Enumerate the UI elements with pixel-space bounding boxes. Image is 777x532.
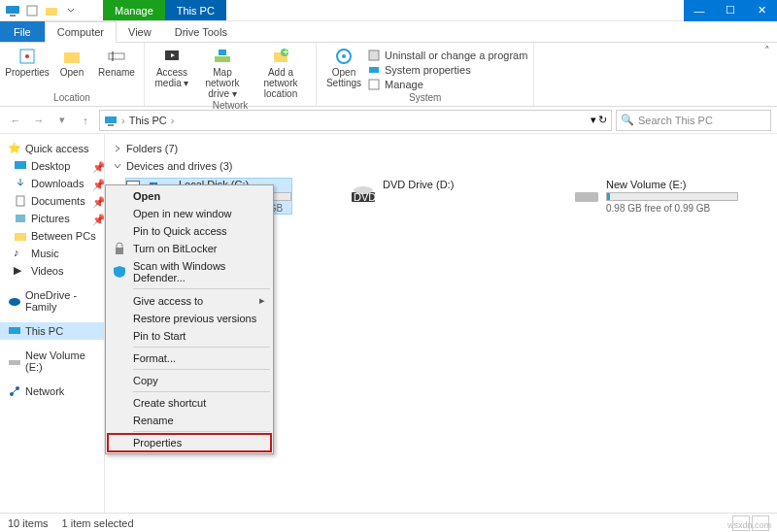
- add-network-location-button[interactable]: + Add a network location: [252, 47, 310, 99]
- up-button[interactable]: ↑: [76, 111, 95, 130]
- tab-drive-tools[interactable]: Drive Tools: [163, 21, 239, 42]
- section-folders[interactable]: Folders (7): [113, 140, 769, 157]
- search-icon: 🔍: [621, 114, 634, 126]
- rename-icon: [107, 47, 126, 66]
- ctx-pin-quick-access[interactable]: Pin to Quick access: [108, 222, 271, 240]
- sidebar-item-between-pcs[interactable]: Between PCs: [0, 227, 104, 245]
- network-icon: [8, 384, 21, 398]
- history-dropdown[interactable]: ▾: [52, 111, 72, 130]
- ctx-copy[interactable]: Copy: [108, 372, 271, 389]
- map-drive-icon: [213, 47, 232, 66]
- refresh-button[interactable]: ↻: [598, 114, 607, 126]
- uninstall-program-button[interactable]: Uninstall or change a program: [367, 49, 527, 62]
- drive-dvd-d[interactable]: DVD DVD Drive (D:): [350, 179, 515, 214]
- maximize-button[interactable]: ☐: [715, 0, 746, 21]
- ctx-separator: [133, 369, 270, 370]
- drive-usage-bar: [606, 192, 738, 201]
- uninstall-icon: [367, 49, 381, 62]
- tab-view[interactable]: View: [117, 21, 163, 42]
- drive-free-text: 0.98 GB free of 0.99 GB: [606, 203, 738, 214]
- sidebar-item-documents[interactable]: Documents📌: [0, 192, 104, 210]
- qat-properties-icon[interactable]: [23, 2, 41, 19]
- sidebar-item-desktop[interactable]: Desktop📌: [0, 157, 104, 175]
- ribbon-collapse-button[interactable]: ˄: [758, 43, 777, 106]
- manage-icon: [367, 78, 381, 91]
- videos-icon: ▶: [14, 264, 27, 278]
- ctx-separator: [133, 347, 270, 348]
- system-properties-button[interactable]: System properties: [367, 63, 527, 77]
- close-button[interactable]: ✕: [746, 0, 777, 21]
- title-context: This PC: [165, 0, 226, 20]
- onedrive-icon: [8, 294, 21, 308]
- map-drive-button[interactable]: Map network drive ▾: [195, 47, 250, 99]
- sidebar-this-pc[interactable]: This PC: [0, 322, 104, 340]
- sidebar-network[interactable]: Network: [0, 382, 104, 400]
- sidebar-item-videos[interactable]: ▶Videos: [0, 262, 104, 280]
- tab-file[interactable]: File: [0, 21, 45, 42]
- section-drives[interactable]: Devices and drives (3): [113, 157, 769, 175]
- ctx-pin-start[interactable]: Pin to Start: [108, 327, 271, 345]
- pc-crumb-icon: [104, 114, 118, 127]
- status-bar: 10 items 1 item selected: [0, 513, 777, 532]
- ctx-open-new-window[interactable]: Open in new window: [108, 205, 271, 222]
- svg-rect-29: [9, 360, 20, 365]
- svg-rect-25: [16, 215, 25, 222]
- ctx-open[interactable]: Open: [108, 187, 271, 205]
- properties-button[interactable]: Properties: [6, 47, 49, 78]
- ctx-defender-scan[interactable]: Scan with Windows Defender...: [108, 257, 271, 286]
- svg-rect-0: [6, 6, 19, 14]
- search-placeholder: Search This PC: [638, 115, 713, 126]
- ctx-format[interactable]: Format...: [108, 349, 271, 367]
- crumb-this-pc[interactable]: This PC: [129, 115, 167, 126]
- ribbon-tabs: File Computer View Drive Tools: [0, 21, 777, 43]
- pin-icon: 📌: [92, 179, 100, 186]
- ctx-rename[interactable]: Rename: [108, 412, 271, 429]
- open-settings-button[interactable]: Open Settings: [322, 47, 365, 88]
- shield-icon: [112, 264, 127, 280]
- qat-dropdown-icon[interactable]: [62, 2, 80, 19]
- svg-rect-28: [9, 327, 20, 334]
- manage-button[interactable]: Manage: [367, 78, 527, 91]
- address-bar[interactable]: › This PC › ▾ ↻: [99, 110, 612, 131]
- crumb-separator[interactable]: ›: [121, 115, 125, 126]
- sysprops-icon: [367, 63, 381, 77]
- music-icon: ♪: [14, 247, 27, 260]
- ctx-bitlocker[interactable]: Turn on BitLocker: [108, 240, 271, 257]
- svg-rect-24: [17, 196, 24, 206]
- svg-rect-19: [369, 67, 379, 73]
- forward-button[interactable]: →: [29, 111, 49, 130]
- sidebar-quick-access[interactable]: ⭐ Quick access: [0, 140, 104, 157]
- folder-icon: [14, 229, 27, 243]
- sidebar-item-music[interactable]: ♪Music: [0, 245, 104, 262]
- tab-manage[interactable]: Manage: [103, 0, 165, 20]
- svg-rect-3: [46, 8, 57, 16]
- star-icon: ⭐: [8, 142, 21, 155]
- address-dropdown-icon[interactable]: ▾: [591, 114, 596, 126]
- ribbon-group-system: Open Settings Uninstall or change a prog…: [317, 43, 534, 106]
- ctx-properties[interactable]: Properties: [108, 434, 271, 451]
- ctx-give-access[interactable]: Give access to▸: [108, 291, 271, 310]
- ctx-create-shortcut[interactable]: Create shortcut: [108, 394, 271, 412]
- sidebar-item-pictures[interactable]: Pictures📌: [0, 210, 104, 227]
- sidebar-onedrive[interactable]: OneDrive - Family: [0, 287, 104, 315]
- open-button[interactable]: Open: [51, 47, 93, 78]
- back-button[interactable]: ←: [6, 111, 25, 130]
- access-media-button[interactable]: Access media ▾: [151, 47, 193, 88]
- minimize-button[interactable]: —: [684, 0, 715, 21]
- drive-new-volume-e[interactable]: New Volume (E:) 0.98 GB free of 0.99 GB: [573, 179, 738, 214]
- crumb-separator-2[interactable]: ›: [171, 115, 175, 126]
- sidebar-new-volume[interactable]: New Volume (E:): [0, 348, 104, 375]
- svg-rect-18: [369, 50, 379, 60]
- svg-rect-12: [219, 50, 226, 55]
- qat-new-folder-icon[interactable]: [43, 2, 60, 19]
- sidebar-item-downloads[interactable]: Downloads📌: [0, 175, 104, 192]
- ctx-restore-versions[interactable]: Restore previous versions: [108, 310, 271, 327]
- tab-computer[interactable]: Computer: [45, 21, 117, 43]
- svg-line-32: [12, 388, 17, 394]
- search-box[interactable]: 🔍 Search This PC: [616, 110, 771, 131]
- svg-text:DVD: DVD: [354, 191, 376, 203]
- pin-icon: 📌: [92, 161, 100, 169]
- pc-icon: [8, 324, 21, 338]
- rename-button[interactable]: Rename: [95, 47, 138, 78]
- svg-rect-2: [27, 6, 37, 16]
